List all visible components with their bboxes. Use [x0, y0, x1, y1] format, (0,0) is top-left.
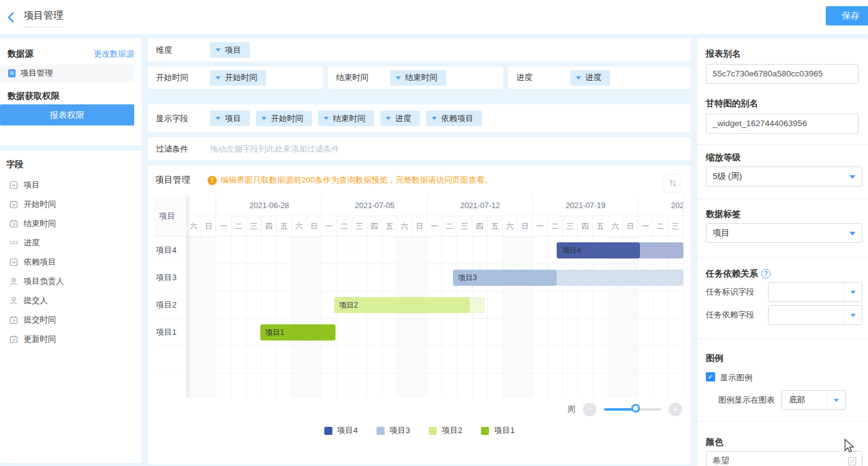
grid-column	[186, 237, 201, 398]
gantt-bar-extension	[557, 270, 683, 286]
end-time-card: 结束时间 结束时间	[328, 66, 503, 89]
chevron-down-icon	[216, 48, 221, 52]
chip-label: 进度	[395, 113, 411, 124]
report-alias-input[interactable]: 55c7c730e6780a580cc03965	[706, 64, 859, 84]
color-scheme-value: 希望	[713, 456, 729, 465]
legend-position-label: 图例显示在图表	[718, 395, 775, 406]
color-scheme-input[interactable]: 希望	[706, 451, 862, 466]
edit-icon[interactable]	[847, 457, 857, 466]
gantt-bar[interactable]: 项目2	[334, 297, 470, 313]
display-field-chip[interactable]: 项目	[210, 111, 250, 126]
grid-column	[593, 237, 608, 398]
grid-column	[216, 237, 231, 398]
zoom-in-button[interactable]: +	[669, 403, 682, 416]
legend-item[interactable]: 项目1	[481, 425, 514, 436]
grid-column	[367, 237, 382, 398]
save-button[interactable]: 保存	[826, 6, 868, 25]
select-icon	[9, 258, 19, 267]
dimension-label: 维度	[148, 45, 210, 56]
week-cell: 2021-07-26	[638, 196, 683, 216]
field-item-6[interactable]: 项目负责人	[0, 272, 142, 291]
task-id-select[interactable]	[768, 282, 862, 302]
grid-column	[262, 237, 276, 398]
weekday-cell: 一	[216, 216, 231, 237]
dependency-title-text: 任务依赖关系	[706, 268, 758, 278]
show-legend-checkbox[interactable]: ✓	[706, 372, 715, 381]
end-time-chip[interactable]: 结束时间	[390, 70, 446, 86]
weekday-cell: 日	[413, 216, 427, 237]
dimension-chip[interactable]: 项目	[210, 42, 250, 58]
field-item-4[interactable]: 123进度	[0, 233, 142, 252]
datasource-item[interactable]: 项目管理	[0, 65, 134, 82]
legend-item[interactable]: 项目3	[377, 425, 410, 436]
select-icon	[9, 181, 19, 190]
grid-row-line	[186, 291, 683, 291]
gantt-bar[interactable]: 项目3	[453, 270, 557, 286]
legend-swatch	[481, 427, 489, 435]
grid-column	[442, 237, 457, 398]
gantt-bar[interactable]: 项目1	[260, 324, 336, 340]
task-dep-select[interactable]	[768, 305, 862, 325]
data-label-select[interactable]: 项目	[706, 223, 862, 243]
start-time-chip[interactable]: 开始时间	[210, 70, 266, 86]
weekday-cell: 日	[518, 216, 532, 237]
data-label-title: 数据标签	[706, 209, 741, 220]
weekday-cell: 六	[503, 216, 518, 237]
field-item-8[interactable]: 提交时间	[0, 310, 142, 329]
legend-swatch	[324, 427, 332, 435]
grid-column	[623, 237, 638, 398]
weekday-cell: 五	[488, 216, 503, 237]
weekday-cell: 六	[292, 216, 307, 237]
weekday-cell: 四	[367, 216, 382, 237]
legend-section-title: 图例	[706, 353, 723, 364]
chevron-down-icon	[432, 117, 437, 120]
display-field-chip[interactable]: 结束时间	[318, 111, 374, 126]
grid-column	[352, 237, 367, 398]
field-item-9[interactable]: 更新时间	[0, 329, 142, 349]
weekday-cell: 三	[563, 216, 578, 237]
field-item-1[interactable]: 项目	[0, 175, 142, 194]
field-item-7[interactable]: 提交人	[0, 291, 142, 310]
filter-card[interactable]: 过滤条件 拖动左侧字段到此处来添加过滤条件	[148, 137, 691, 160]
help-icon[interactable]: ?	[761, 269, 770, 278]
field-item-2[interactable]: 开始时间	[0, 194, 142, 214]
weekday-cell: 五	[593, 216, 608, 237]
gantt-bar[interactable]: 项目4	[557, 242, 639, 258]
field-item-3[interactable]: 结束时间	[0, 214, 142, 233]
display-field-chip[interactable]: 开始时间	[256, 111, 312, 126]
gantt-title: 项目管理	[155, 175, 190, 186]
zoom-out-button[interactable]: −	[583, 403, 596, 416]
legend-item[interactable]: 项目2	[429, 425, 462, 436]
gantt-bar-label: 项目3	[458, 273, 477, 283]
start-time-chip-label: 开始时间	[225, 72, 257, 83]
weekday-cell: 六	[186, 216, 201, 237]
weekday-cell: 三	[352, 216, 367, 237]
sort-toggle-button[interactable]	[664, 174, 682, 193]
gantt-alias-input[interactable]: _widget_1627444063956	[706, 114, 859, 134]
chevron-down-icon	[849, 175, 856, 179]
gantt-bar-label: 项目1	[265, 327, 285, 338]
progress-chip[interactable]: 进度	[570, 70, 610, 86]
grid-column	[382, 237, 397, 398]
zoom-slider[interactable]	[604, 408, 661, 411]
field-item-5[interactable]: 依赖项目	[0, 252, 142, 272]
display-field-chip[interactable]: 进度	[380, 111, 420, 126]
zoom-level-select[interactable]: 5级 (周)	[706, 167, 862, 186]
grid-column	[654, 237, 669, 398]
grid-column	[533, 237, 548, 398]
change-datasource-link[interactable]: 更改数据源	[94, 48, 134, 60]
end-time-chip-label: 结束时间	[405, 72, 437, 83]
legend-position-select[interactable]: 底部	[781, 390, 846, 410]
report-permission-button[interactable]: 报表权限	[0, 104, 134, 126]
zoom-unit-label: 周	[567, 404, 575, 415]
zoom-slider-handle[interactable]	[631, 404, 640, 413]
legend-item[interactable]: 项目4	[324, 425, 358, 436]
gantt-row-label: 项目4	[156, 237, 186, 264]
week-cell: 2021-06-28	[216, 196, 322, 216]
person-icon	[9, 277, 19, 286]
chevron-zone	[827, 391, 845, 409]
back-icon[interactable]	[5, 11, 17, 24]
divider	[697, 257, 868, 258]
display-field-chip[interactable]: 依赖项目	[426, 111, 482, 126]
grid-column	[247, 237, 262, 398]
